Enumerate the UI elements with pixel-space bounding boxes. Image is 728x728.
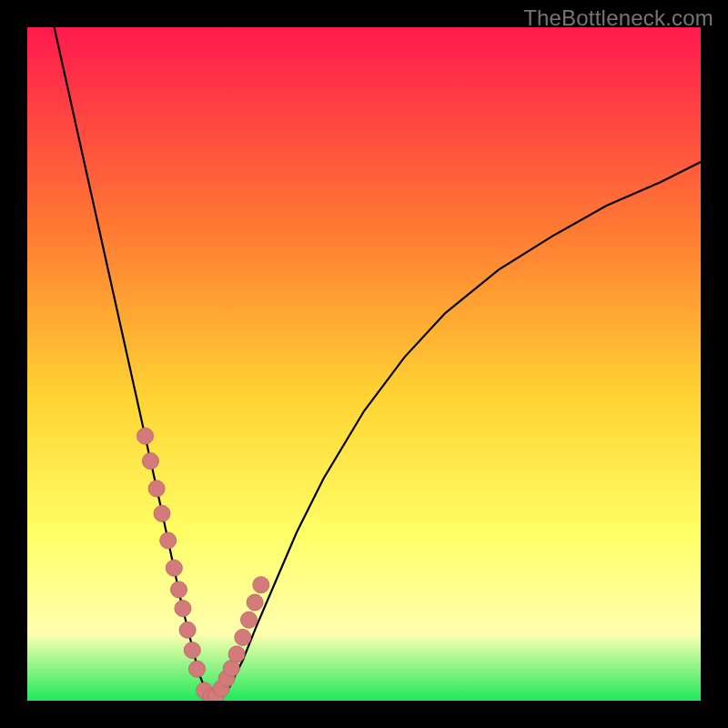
marker-point: [253, 577, 269, 593]
marker-point: [247, 594, 263, 611]
marker-point: [184, 642, 200, 659]
marker-point: [160, 532, 177, 549]
marker-point: [241, 612, 258, 628]
marker-point: [228, 646, 245, 662]
chart-svg: [27, 27, 701, 701]
marker-point: [179, 622, 196, 638]
marker-point: [137, 428, 154, 444]
watermark-text: TheBottleneck.com: [523, 5, 713, 31]
marker-point: [142, 453, 158, 470]
marker-point: [235, 629, 251, 645]
marker-point: [148, 480, 165, 497]
marker-point: [166, 560, 182, 576]
chart-plot-area: [27, 27, 701, 701]
marker-point: [154, 505, 170, 521]
marker-point: [189, 661, 206, 677]
marker-point: [171, 581, 187, 598]
marker-point: [175, 601, 191, 617]
chart-frame: TheBottleneck.com: [0, 0, 728, 728]
